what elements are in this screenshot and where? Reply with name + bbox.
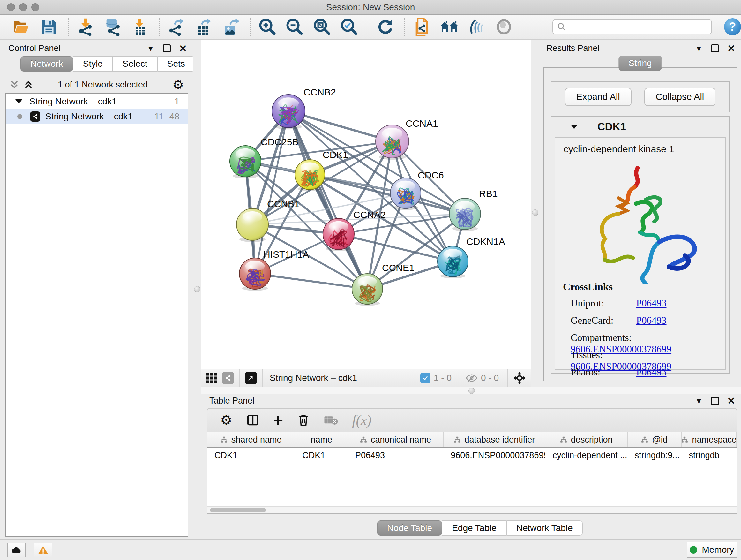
zoom-fit-content-icon[interactable] <box>313 17 331 37</box>
refresh-icon[interactable] <box>376 17 395 37</box>
network-row[interactable]: String Network – cdk1 11 48 <box>6 109 188 124</box>
column-header-name[interactable]: name <box>295 432 348 447</box>
footer-separator <box>507 369 508 387</box>
maximize-panel-icon[interactable] <box>711 397 719 405</box>
table-cell[interactable]: P06493 <box>348 448 444 463</box>
home-network-icon[interactable] <box>440 17 459 37</box>
save-session-icon[interactable] <box>39 17 58 37</box>
cloud-status-button[interactable] <box>7 543 25 557</box>
network-edge-HIST1H1A-CCNE1[interactable] <box>255 273 367 289</box>
table-cell[interactable]: CDK1 <box>295 448 348 463</box>
export-network-icon[interactable] <box>167 17 186 37</box>
table-row[interactable]: CDK1CDK1P064939606.ENSP00000378699cyclin… <box>207 448 737 463</box>
search-input[interactable] <box>566 22 704 32</box>
open-session-icon[interactable] <box>12 17 31 37</box>
column-header-id[interactable]: @id <box>628 432 682 447</box>
network-options-gear-icon[interactable]: ⚙ <box>172 78 184 91</box>
float-panel-icon[interactable]: ▼ <box>695 45 703 52</box>
pan-mode-icon[interactable] <box>513 371 526 385</box>
column-header-sharedname[interactable]: shared name <box>207 432 295 447</box>
column-header-databaseidentifier[interactable]: database identifier <box>444 432 545 447</box>
memory-button[interactable]: Memory <box>687 542 737 558</box>
maximize-panel-icon[interactable] <box>711 44 719 52</box>
close-panel-icon[interactable]: ✕ <box>727 44 735 53</box>
export-table-icon[interactable] <box>194 17 213 37</box>
column-header-description[interactable]: description <box>545 432 627 447</box>
table-horizontal-scrollbar[interactable] <box>207 506 737 513</box>
tab-edge-table[interactable]: Edge Table <box>442 520 507 536</box>
close-panel-icon[interactable]: ✕ <box>727 396 735 406</box>
show-results-eye-icon[interactable] <box>494 17 513 37</box>
column-header-canonicalname[interactable]: canonical name <box>348 432 444 447</box>
birds-eye-view-icon[interactable] <box>206 372 217 384</box>
collection-collapse-icon[interactable] <box>15 99 22 104</box>
pharos-link[interactable]: P06493 <box>636 367 667 378</box>
table-cell[interactable]: CDK1 <box>207 448 295 463</box>
tab-sets[interactable]: Sets <box>157 56 195 71</box>
help-button[interactable]: ? <box>724 18 741 36</box>
table-panel-splitter[interactable] <box>201 387 741 394</box>
table-cell[interactable]: stringdb:9... <box>628 448 682 463</box>
string-network-graph[interactable]: CCNB2CCNA1CDC25BCDK1CDC6RB1CCNB1CCNA2CDK… <box>201 40 531 369</box>
tab-style[interactable]: Style <box>73 56 113 71</box>
selected-nodes-checkbox-icon[interactable] <box>420 373 430 383</box>
table-cell[interactable]: cyclin-dependent ... <box>545 448 627 463</box>
entry-collapse-icon[interactable] <box>570 125 578 129</box>
warnings-button[interactable] <box>34 543 52 557</box>
tab-network-table[interactable]: Network Table <box>507 520 583 536</box>
splitter-handle[interactable] <box>194 286 200 293</box>
scrollbar-thumb[interactable] <box>210 508 266 512</box>
tab-node-table[interactable]: Node Table <box>377 520 442 536</box>
zoom-selected-icon[interactable] <box>340 17 358 37</box>
import-network-from-file-icon[interactable] <box>76 17 95 37</box>
network-selection-status: 1 of 1 Network selected <box>33 80 172 90</box>
tab-network[interactable]: Network <box>20 56 73 71</box>
node-gloss <box>358 276 377 287</box>
table-cell[interactable]: 9606.ENSP00000378699 <box>444 448 545 463</box>
collapse-all-button[interactable]: Collapse All <box>644 88 716 106</box>
float-panel-icon[interactable]: ▼ <box>147 45 154 52</box>
status-bar: Memory <box>0 539 741 560</box>
uniprot-link[interactable]: P06493 <box>636 298 667 309</box>
results-buttons-box: Expand All Collapse All <box>551 81 730 112</box>
add-column-icon[interactable]: + <box>273 412 283 429</box>
control-panel-title: Control Panel <box>8 44 61 53</box>
network-collection-row[interactable]: String Network – cdk1 1 <box>6 94 188 109</box>
splitter-handle[interactable] <box>532 209 538 216</box>
genecard-link[interactable]: P06493 <box>636 315 667 326</box>
left-panel-splitter[interactable] <box>193 40 201 539</box>
string-style-icon[interactable] <box>222 372 234 384</box>
export-image-icon[interactable] <box>221 17 240 37</box>
expand-all-networks-icon[interactable] <box>23 79 33 90</box>
close-panel-icon[interactable]: ✕ <box>179 44 187 53</box>
show-columns-icon[interactable] <box>246 414 259 427</box>
open-in-browser-icon[interactable] <box>245 372 257 384</box>
import-network-from-database-icon[interactable] <box>103 17 122 37</box>
import-table-from-file-icon[interactable] <box>131 17 149 37</box>
collection-label: String Network – cdk1 <box>29 97 117 107</box>
share-session-file-icon[interactable] <box>412 17 431 37</box>
table-cell[interactable]: stringdb <box>682 448 737 463</box>
column-header-namespace[interactable]: namespace <box>682 432 737 447</box>
network-tree: String Network – cdk1 1 String Network –… <box>5 93 188 537</box>
splitter-handle[interactable] <box>468 388 475 394</box>
results-panel-title: Results Panel <box>546 44 600 53</box>
float-panel-icon[interactable]: ▼ <box>695 397 703 405</box>
node-label-CCNB1: CCNB1 <box>267 199 300 209</box>
maximize-panel-icon[interactable] <box>163 44 171 52</box>
network-canvas[interactable]: CCNB2CCNA1CDC25BCDK1CDC6RB1CCNB1CCNA2CDK… <box>201 40 531 369</box>
zoom-in-icon[interactable] <box>258 17 277 37</box>
hide-results-eye-slash-icon[interactable] <box>467 17 486 37</box>
collapse-all-networks-icon[interactable] <box>10 79 19 90</box>
right-panel-splitter[interactable] <box>531 40 539 387</box>
zoom-out-icon[interactable] <box>285 17 304 37</box>
toolbar-separator <box>68 18 69 36</box>
expand-all-button[interactable]: Expand All <box>565 88 631 106</box>
control-panel: Control Panel ▼ ✕ Network Style Select S… <box>0 40 193 539</box>
tab-string[interactable]: String <box>618 56 662 71</box>
delete-column-icon[interactable] <box>297 414 310 427</box>
table-options-gear-icon[interactable]: ⚙ <box>220 414 232 427</box>
tab-select[interactable]: Select <box>113 56 157 71</box>
node-label-RB1: RB1 <box>479 188 497 199</box>
gene-entry-panel: CDK1 cyclin-dependent kinase 1 <box>551 116 730 374</box>
